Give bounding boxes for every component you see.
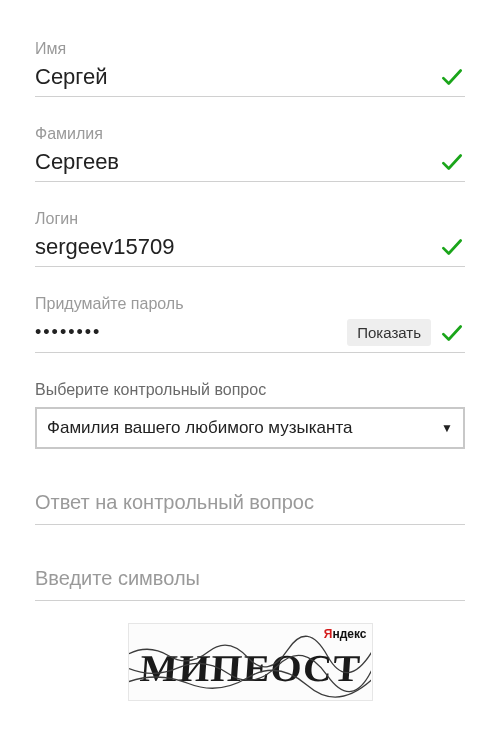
password-field: Придумайте пароль •••••••• Показать <box>35 295 465 353</box>
last-name-label: Фамилия <box>35 125 465 143</box>
password-input[interactable]: •••••••• <box>35 322 347 343</box>
check-icon <box>439 234 465 260</box>
show-password-button[interactable]: Показать <box>347 319 431 346</box>
check-icon <box>439 149 465 175</box>
captcha-container: Яндекс МИПЕОСТ <box>35 623 465 701</box>
captcha-text: МИПЕОСТ <box>128 636 373 700</box>
password-row: •••••••• Показать <box>35 319 465 353</box>
first-name-field: Имя <box>35 40 465 97</box>
captcha-image: Яндекс МИПЕОСТ <box>128 623 373 701</box>
first-name-label: Имя <box>35 40 465 58</box>
security-question-select[interactable]: Фамилия вашего любимого музыканта ▼ <box>35 407 465 449</box>
security-question-value: Фамилия вашего любимого музыканта <box>47 418 441 438</box>
captcha-header: Введите символы <box>35 567 465 601</box>
last-name-input[interactable] <box>35 149 439 175</box>
last-name-row <box>35 149 465 182</box>
check-icon <box>439 320 465 346</box>
security-question-label: Выберите контрольный вопрос <box>35 381 465 399</box>
password-label: Придумайте пароль <box>35 295 465 313</box>
security-question-field: Выберите контрольный вопрос Фамилия ваше… <box>35 381 465 449</box>
first-name-input[interactable] <box>35 64 439 90</box>
login-field: Логин <box>35 210 465 267</box>
login-label: Логин <box>35 210 465 228</box>
chevron-down-icon: ▼ <box>441 421 453 435</box>
security-answer-header: Ответ на контрольный вопрос <box>35 491 465 525</box>
login-input[interactable] <box>35 234 439 260</box>
last-name-field: Фамилия <box>35 125 465 182</box>
login-row <box>35 234 465 267</box>
check-icon <box>439 64 465 90</box>
first-name-row <box>35 64 465 97</box>
